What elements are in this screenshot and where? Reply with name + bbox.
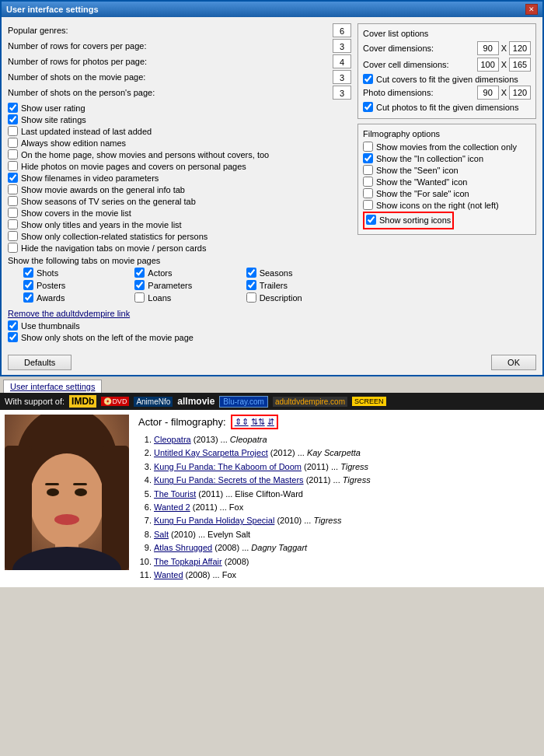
imdb-logo[interactable]: IMDb [69,395,96,408]
actors-tab-label: Actors [148,268,172,278]
film-link[interactable]: Kung Fu Panda: The Kaboom of Doom [154,462,302,471]
photo-dim-width[interactable] [477,86,499,100]
cover-dim-height[interactable] [509,41,531,55]
in-collection-checkbox[interactable] [363,153,373,163]
film-role: Tigress [343,475,371,485]
film-link[interactable]: Untitled Kay Scarpetta Project [154,448,268,457]
wanted-label: Show the "Wanted" icon [376,177,467,187]
description-tab-checkbox[interactable] [246,292,256,303]
sorting-icons-checkbox[interactable] [366,215,376,225]
cb-show-site-ratings: Show site ratings [8,114,351,124]
cb-filenames: Show filenames in video parameters [8,173,351,183]
film-link[interactable]: Salt [154,530,169,539]
list-item: Untitled Kay Scarpetta Project (2012) ..… [154,447,539,459]
filenames-checkbox[interactable] [8,173,18,183]
covers-list-checkbox[interactable] [8,208,18,218]
collection-stats-label: Show only collection-related statistics … [21,232,207,241]
in-collection-label: Show the "In collection" icon [376,154,483,163]
wanted-checkbox[interactable] [363,177,373,187]
collection-only-checkbox[interactable] [363,142,373,152]
trailers-tab-checkbox[interactable] [246,280,256,290]
loans-tab-checkbox[interactable] [134,292,145,303]
awards-tab-checkbox[interactable] [23,292,33,303]
actor-photo [5,415,129,570]
film-char: Elise Clifton-Ward [235,489,303,499]
seasons-tab-checkbox[interactable] [246,268,256,278]
cb-seasons: Show seasons of TV series on the general… [8,196,351,206]
film-year: (2008) ... [214,543,251,552]
use-thumbnails-checkbox[interactable] [8,320,18,331]
remove-adult-link[interactable]: Remove the adultdvdempire link [8,309,130,318]
list-item: Kung Fu Panda: Secrets of the Masters (2… [154,474,539,486]
parameters-tab-checkbox[interactable] [134,280,145,290]
shots-movie-value[interactable]: 3 [333,70,351,84]
allmovie-logo[interactable]: allmovie [177,396,214,407]
animenfo-logo[interactable]: AnimeNfo [134,397,173,407]
ok-button[interactable]: OK [491,355,536,370]
hide-nav-checkbox[interactable] [8,243,18,253]
seasons-checkbox[interactable] [8,196,18,206]
film-link[interactable]: Wanted [154,570,183,579]
dialog-titlebar: User interface settings ✕ [2,2,542,17]
always-edition-label: Always show edition names [21,138,126,148]
cover-cell-width[interactable] [477,58,499,72]
seen-checkbox[interactable] [363,165,373,175]
sort-icon-2[interactable]: ⇅⇅ [251,417,265,427]
film-link[interactable]: Cleopatra [154,435,191,444]
screen-logo[interactable]: SCREEN [352,397,386,406]
for-sale-checkbox[interactable] [363,188,373,198]
rows-covers-value[interactable]: 3 [333,39,351,53]
shots-tab-checkbox[interactable] [23,268,33,278]
rows-photos-value[interactable]: 4 [333,54,351,68]
hide-photos-checkbox[interactable] [8,161,18,171]
collection-stats-checkbox[interactable] [8,231,18,241]
film-link[interactable]: The Topkapi Affair [154,557,222,566]
always-edition-checkbox[interactable] [8,138,18,148]
cover-dim-width[interactable] [477,41,499,55]
film-link[interactable]: Kung Fu Panda: Secrets of the Masters [154,475,304,485]
sort-icon-3[interactable]: ⇵ [267,417,274,427]
film-link[interactable]: Wanted 2 [154,502,190,512]
icons-right-checkbox[interactable] [363,200,373,210]
svg-rect-2 [5,446,32,570]
film-link[interactable]: Atlas Shrugged [154,543,212,552]
film-link[interactable]: The Tourist [154,489,196,499]
photo-dim-height[interactable] [509,86,531,100]
button-row: Defaults OK [2,350,542,375]
titles-years-checkbox[interactable] [8,219,18,229]
bluray-logo[interactable]: Blu-ray.com [219,396,268,408]
film-link[interactable]: Kung Fu Panda Holiday Special [154,516,274,525]
shots-movie-label: Number of shots on the movie page: [8,72,145,82]
popular-genres-value[interactable]: 6 [333,23,351,37]
posters-tab-checkbox[interactable] [23,280,33,290]
tab-posters: Posters [23,280,128,290]
cut-covers-checkbox[interactable] [363,74,373,84]
f-seen: Show the "Seen" icon [363,165,531,175]
cut-photos-checkbox[interactable] [363,102,373,112]
cover-cell-height[interactable] [509,58,531,72]
film-role: Tigress [313,516,341,525]
show-left-checkbox[interactable] [8,332,18,342]
home-page-checkbox[interactable] [8,149,18,159]
photo-dim-x: X [501,88,507,97]
dvd-logo[interactable]: 📀DVD [101,397,129,406]
list-item: Atlas Shrugged (2008) ... Dagny Taggart [154,542,539,554]
ui-settings-tab[interactable]: User interface settings [3,380,102,393]
f-sorting-icons: Show sorting icons [366,215,451,225]
actors-tab-checkbox[interactable] [134,268,145,278]
list-item: Kung Fu Panda Holiday Special (2010) ...… [154,515,539,527]
adult-logo[interactable]: adultdvdempire.com [273,397,347,407]
close-button[interactable]: ✕ [525,4,538,15]
cb-hide-photos: Hide photos on movie pages and covers on… [8,161,351,171]
show-site-ratings-checkbox[interactable] [8,114,18,124]
film-year: (2012) ... [270,448,307,457]
last-updated-checkbox[interactable] [8,126,18,136]
sort-icon-1[interactable]: ⇕⇕ [235,417,249,427]
defaults-button[interactable]: Defaults [8,355,71,370]
show-user-rating-checkbox[interactable] [8,103,18,113]
shots-person-value[interactable]: 3 [333,86,351,100]
collection-only-label: Show movies from the collection only [376,142,517,152]
movie-awards-label: Show movie awards on the general info ta… [21,185,185,194]
cb-always-edition: Always show edition names [8,138,351,148]
movie-awards-checkbox[interactable] [8,184,18,194]
